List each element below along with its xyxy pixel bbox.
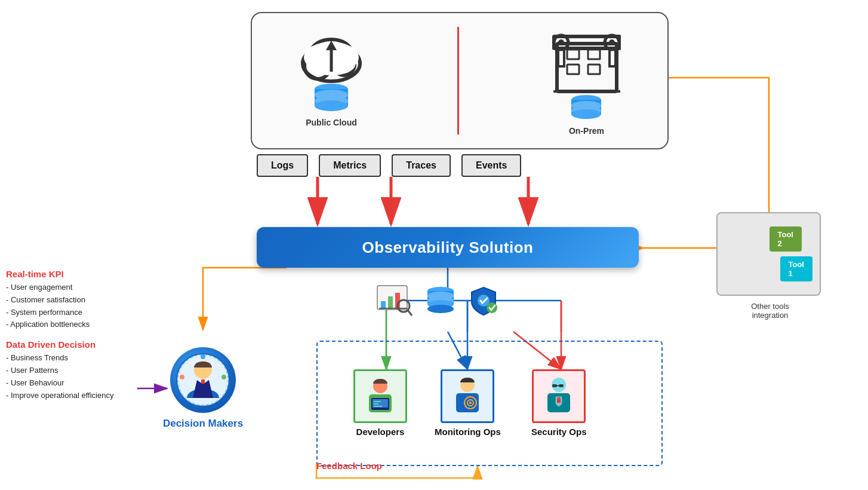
svg-point-47 <box>609 39 615 45</box>
other-tools-label: Other toolsintegration <box>734 302 806 320</box>
security-ops-label: Security Ops <box>531 427 587 437</box>
tool-2-box: Tool2 <box>769 226 802 252</box>
svg-rect-50 <box>567 65 579 74</box>
other-tools-box: Tool2 Tool1 <box>716 212 821 296</box>
metrics-box: Metrics <box>319 154 381 177</box>
svg-point-57 <box>571 109 601 119</box>
developer-figure-icon <box>361 376 400 416</box>
security-shield-icon <box>468 285 499 316</box>
decision-operational-efficiency: - Improve operational efficiency <box>6 390 143 402</box>
developers-box: Developers <box>353 369 407 437</box>
kpi-user-engagement: - User engagement <box>6 281 143 294</box>
svg-rect-48 <box>567 50 579 59</box>
public-cloud-section: Public Cloud <box>298 35 364 127</box>
building-icon <box>552 26 621 103</box>
left-panel: Real-time KPI - User engagement - Custom… <box>6 269 143 402</box>
decision-maker-figure-icon <box>176 353 230 407</box>
public-cloud-label: Public Cloud <box>306 118 357 127</box>
svg-rect-87 <box>552 384 557 387</box>
divider-red <box>457 27 459 134</box>
feedback-loop-label: Feedback Loop <box>316 461 382 471</box>
tool-1-box: Tool1 <box>780 256 812 281</box>
decision-makers-label: Decision Makers <box>163 418 243 430</box>
data-types-row: Logs Metrics Traces Events <box>257 154 521 177</box>
onprem-database-icon <box>570 95 603 120</box>
decision-user-behaviour: - User Behaviour <box>6 377 143 390</box>
database-stack-icon <box>425 286 456 315</box>
svg-rect-40 <box>557 44 617 91</box>
logs-box: Logs <box>257 154 308 177</box>
svg-rect-51 <box>588 65 600 74</box>
cloud-database-icon <box>313 83 349 112</box>
developers-label: Developers <box>356 427 405 437</box>
observability-solution-box: Observability Solution <box>257 227 639 268</box>
onprem-label: On-Prem <box>569 126 604 136</box>
svg-rect-43 <box>610 48 615 66</box>
monitoring-figure-icon <box>448 376 487 416</box>
diagram-container: Public Cloud <box>0 0 868 490</box>
developers-avatar <box>353 369 407 423</box>
svg-rect-49 <box>588 50 600 59</box>
kpi-customer-satisfaction: - Customer satisfaction <box>6 294 143 307</box>
svg-rect-90 <box>557 399 561 403</box>
decision-user-patterns: - User Patterns <box>6 365 143 377</box>
svg-point-45 <box>558 39 564 45</box>
svg-rect-60 <box>388 296 393 308</box>
kpi-app-bottlenecks: - Application bottlenecks <box>6 318 143 331</box>
center-icons-row <box>376 284 499 317</box>
svg-point-84 <box>469 402 472 404</box>
svg-point-72 <box>487 302 497 313</box>
security-figure-icon <box>539 376 578 416</box>
svg-point-39 <box>315 100 348 111</box>
observability-solution-label: Observability Solution <box>362 238 534 257</box>
decision-business-trends: - Business Trends <box>6 352 143 365</box>
svg-rect-88 <box>559 384 564 387</box>
svg-point-70 <box>427 305 454 313</box>
svg-point-96 <box>221 375 226 379</box>
kpi-title: Real-time KPI <box>6 269 143 279</box>
svg-point-95 <box>180 375 184 379</box>
decision-makers-box: Decision Makers <box>143 332 263 445</box>
monitoring-ops-label: Monitoring Ops <box>435 427 501 437</box>
monitoring-ops-box: Monitoring Ops <box>435 369 501 437</box>
svg-point-97 <box>201 354 205 359</box>
decision-title: Data Driven Decision <box>6 339 143 350</box>
cloud-upload-icon <box>298 35 364 85</box>
security-ops-box: Security Ops <box>531 369 587 437</box>
svg-line-64 <box>408 310 412 316</box>
analytics-icon <box>376 284 413 317</box>
traces-box: Traces <box>392 154 451 177</box>
security-ops-avatar <box>532 369 586 423</box>
kpi-system-performance: - System performance <box>6 307 143 319</box>
on-prem-section: On-Prem <box>552 26 621 136</box>
events-box: Events <box>461 154 521 177</box>
infrastructure-box: Public Cloud <box>251 12 669 149</box>
monitoring-ops-avatar <box>441 369 494 423</box>
decision-makers-avatar <box>170 347 236 413</box>
svg-rect-59 <box>381 301 386 308</box>
